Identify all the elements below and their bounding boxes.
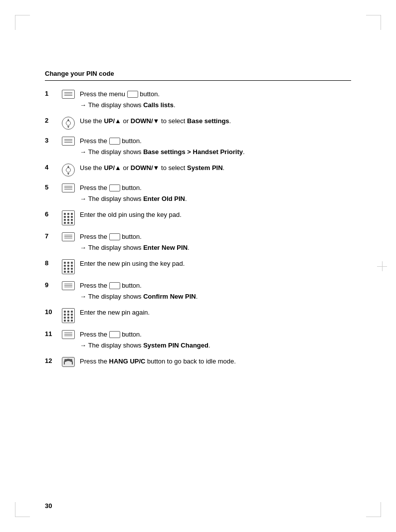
step-icon-cell <box>59 279 80 306</box>
step-number: 5 <box>45 181 59 208</box>
menu-button-icon <box>62 183 75 192</box>
nav-button-icon <box>62 164 75 177</box>
step-icon-cell <box>59 181 80 208</box>
table-row: 4Use the UP/▲ or DOWN/▼ to select System… <box>45 162 351 181</box>
main-content: Change your PIN code 1Press the menu but… <box>45 70 351 372</box>
nav-button-icon <box>62 117 75 130</box>
target-mark <box>377 261 387 271</box>
menu-button-icon <box>62 232 75 241</box>
section-title: Change your PIN code <box>45 70 351 81</box>
step-number: 9 <box>45 279 59 306</box>
steps-table: 1Press the menu button.→ The display sho… <box>45 88 351 372</box>
table-row: 7Press the button.→ The display shows En… <box>45 230 351 257</box>
step-number: 3 <box>45 135 59 162</box>
keypad-icon <box>62 259 75 274</box>
step-description: Press the menu button.→ The display show… <box>80 88 351 115</box>
step-number: 4 <box>45 162 59 181</box>
step-icon-cell <box>59 162 80 181</box>
corner-mark-bl <box>15 502 30 517</box>
step-number: 1 <box>45 88 59 115</box>
svg-rect-1 <box>70 359 72 362</box>
corner-mark-br <box>366 502 381 517</box>
table-row: 3Press the button.→ The display shows Ba… <box>45 135 351 162</box>
corner-mark-tl <box>15 15 30 30</box>
step-icon-cell <box>59 257 80 279</box>
step-icon-cell <box>59 208 80 230</box>
table-row: 2Use the UP/▲ or DOWN/▼ to select Base s… <box>45 115 351 135</box>
svg-rect-0 <box>64 359 66 362</box>
menu-button-icon <box>62 330 75 339</box>
menu-button-icon <box>62 90 75 99</box>
step-description: Use the UP/▲ or DOWN/▼ to select Base se… <box>80 115 351 135</box>
step-description: Press the HANG UP/C button to go back to… <box>80 355 351 372</box>
step-icon-cell <box>59 115 80 135</box>
step-number: 7 <box>45 230 59 257</box>
step-description: Enter the new pin using the key pad. <box>80 257 351 279</box>
step-icon-cell <box>59 88 80 115</box>
step-number: 12 <box>45 355 59 372</box>
step-description: Press the button.→ The display shows Con… <box>80 279 351 306</box>
step-description: Press the button.→ The display shows Bas… <box>80 135 351 162</box>
table-row: 1Press the menu button.→ The display sho… <box>45 88 351 115</box>
step-description: Enter the old pin using the key pad. <box>80 208 351 230</box>
step-description: Enter the new pin again. <box>80 306 351 328</box>
table-row: 11Press the button.→ The display shows S… <box>45 328 351 355</box>
table-row: 12 Press the HANG UP/C button to go back… <box>45 355 351 372</box>
step-number: 11 <box>45 328 59 355</box>
corner-mark-tr <box>366 15 381 30</box>
step-number: 2 <box>45 115 59 135</box>
keypad-icon <box>62 308 75 323</box>
hangup-button-icon <box>62 357 75 367</box>
table-row: 8Enter the new pin using the key pad. <box>45 257 351 279</box>
page-number: 30 <box>45 502 52 510</box>
step-number: 6 <box>45 208 59 230</box>
step-icon-cell <box>59 328 80 355</box>
step-icon-cell <box>59 355 80 372</box>
step-icon-cell <box>59 230 80 257</box>
step-description: Press the button.→ The display shows Sys… <box>80 328 351 355</box>
menu-button-icon <box>62 137 75 146</box>
step-icon-cell <box>59 135 80 162</box>
step-icon-cell <box>59 306 80 328</box>
table-row: 10Enter the new pin again. <box>45 306 351 328</box>
step-number: 8 <box>45 257 59 279</box>
step-description: Press the button.→ The display shows Ent… <box>80 181 351 208</box>
table-row: 5Press the button.→ The display shows En… <box>45 181 351 208</box>
step-description: Press the button.→ The display shows Ent… <box>80 230 351 257</box>
menu-button-icon <box>62 281 75 290</box>
table-row: 9Press the button.→ The display shows Co… <box>45 279 351 306</box>
step-description: Use the UP/▲ or DOWN/▼ to select System … <box>80 162 351 181</box>
table-row: 6Enter the old pin using the key pad. <box>45 208 351 230</box>
step-number: 10 <box>45 306 59 328</box>
keypad-icon <box>62 210 75 225</box>
